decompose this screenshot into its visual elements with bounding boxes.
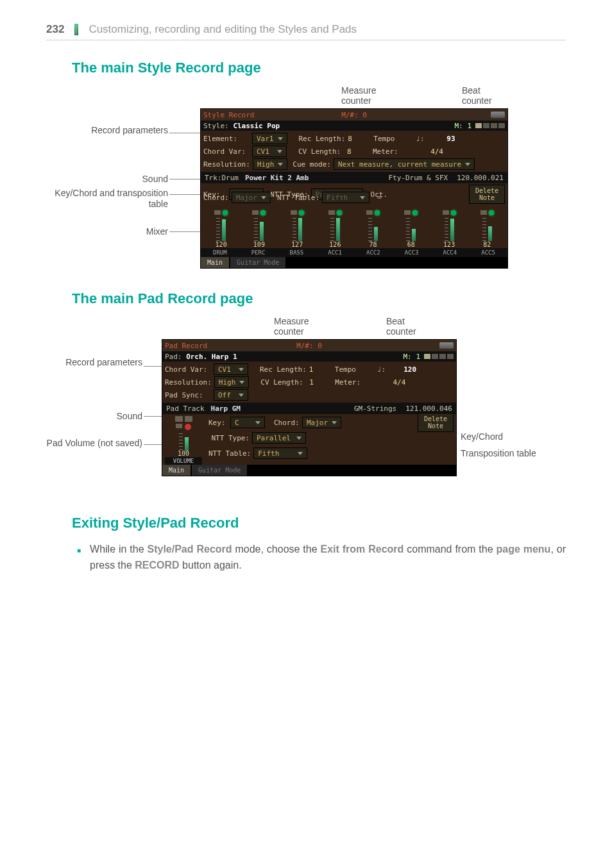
exit-text: button again. xyxy=(180,560,242,571)
heading-style-record: The main Style Record page xyxy=(72,60,566,76)
mixer-channel[interactable]: 82 xyxy=(468,210,506,248)
element-select[interactable]: Var1 xyxy=(252,133,287,144)
padsync-select[interactable]: Off xyxy=(214,389,248,401)
heading-exiting: Exiting Style/Pad Record xyxy=(72,515,566,531)
cvlen-value[interactable]: 1 xyxy=(309,378,323,387)
exit-term: RECORD xyxy=(135,560,179,571)
measure-counter: M/#: 0 xyxy=(341,111,367,119)
track-sound-name[interactable]: Power Kit 2 Amb xyxy=(245,174,309,182)
chord-select[interactable]: Major xyxy=(302,417,341,428)
beat-counter xyxy=(424,354,454,359)
key-label: Key: xyxy=(208,419,228,427)
tab-guitar-mode[interactable]: Guitar Mode xyxy=(230,257,285,268)
callout-padvol: Pad Volume (not saved) xyxy=(27,438,142,449)
mixer-channel[interactable]: 127 xyxy=(278,210,316,248)
meter-value[interactable]: 4/4 xyxy=(377,378,405,387)
reclen-value[interactable]: 8 xyxy=(348,135,362,143)
chevron-down-icon xyxy=(360,196,365,199)
track-bank: GM-Strings xyxy=(354,405,396,413)
exit-text: mode, choose the xyxy=(232,544,321,555)
style-name: Classic Pop xyxy=(233,122,280,130)
callout-beat: Beat counter xyxy=(462,85,492,106)
mixer-channel[interactable]: 126 xyxy=(316,210,354,248)
callout-trans-table: Transposition table xyxy=(461,448,538,458)
ntttable-select[interactable]: Fifth xyxy=(253,447,307,459)
chevron-down-icon xyxy=(239,381,244,384)
reclen-label: Rec Length: xyxy=(260,365,307,374)
chevron-down-icon xyxy=(296,437,302,440)
callout-beat: Beat counter xyxy=(386,316,416,337)
chordvar-select[interactable]: CV1 xyxy=(252,146,287,157)
resolution-select[interactable]: High xyxy=(214,376,250,388)
mixer-channel[interactable]: 68 xyxy=(392,210,430,248)
padsync-label: Pad Sync: xyxy=(165,391,211,399)
volume-value[interactable]: 100 xyxy=(178,450,189,457)
resolution-select[interactable]: High xyxy=(253,158,288,170)
track-id: Pad Track xyxy=(166,405,205,413)
ntttype-label: NTT Type: xyxy=(208,434,250,442)
track-bank: Fty-Drum & SFX xyxy=(388,174,448,182)
callout-keychord-right: Key/Chord xyxy=(461,431,503,442)
m-value: 1 xyxy=(416,353,420,361)
heading-pad-record: The main Pad Record page xyxy=(72,290,566,307)
menu-icon[interactable] xyxy=(491,112,505,118)
reclen-label: Rec Length: xyxy=(299,135,346,143)
menu-icon[interactable] xyxy=(439,342,454,349)
track-id: Trk:Drum xyxy=(205,174,239,182)
meter-label: Meter: xyxy=(373,147,412,156)
element-label: Element: xyxy=(203,135,250,143)
screen-title: Pad Record xyxy=(165,342,207,350)
reclen-value[interactable]: 1 xyxy=(309,365,323,374)
chordvar-select[interactable]: CV1 xyxy=(214,363,248,375)
track-label: PERC xyxy=(239,248,278,257)
tab-main[interactable]: Main xyxy=(201,257,229,268)
tab-main[interactable]: Main xyxy=(162,465,191,476)
tempo-unit: ♩: xyxy=(377,365,386,374)
delete-note-button[interactable]: Delete Note xyxy=(418,413,454,432)
chord-select[interactable]: Major xyxy=(232,192,271,203)
solo-icon[interactable] xyxy=(185,416,192,422)
beat-counter xyxy=(475,123,505,128)
volume-label: VOLUME xyxy=(165,457,202,465)
track-label: ACC2 xyxy=(354,248,393,257)
keyboard-icon[interactable]: ⌨ xyxy=(377,194,382,202)
key-select[interactable]: C xyxy=(230,417,265,428)
chapter-title: Customizing, recording and editing the S… xyxy=(89,23,357,36)
mixer-channel[interactable]: 120 xyxy=(202,210,240,248)
style-record-screen: Style Record M/#: 0 Style: Classic Pop M… xyxy=(200,108,508,269)
ntttype-select[interactable]: Parallel xyxy=(252,432,306,444)
track-number: 121.000.046 xyxy=(405,405,452,413)
cvlen-label: CV Length: xyxy=(260,378,307,387)
track-label: ACC4 xyxy=(431,248,470,257)
chevron-down-icon xyxy=(255,421,260,424)
exit-term: page menu xyxy=(496,544,550,555)
tempo-value[interactable]: 93 xyxy=(427,135,455,143)
chevron-down-icon xyxy=(332,421,337,424)
pad-name: Orch. Harp 1 xyxy=(186,353,237,361)
chevron-down-icon xyxy=(298,452,303,455)
mute-icon[interactable] xyxy=(175,416,183,422)
chevron-down-icon xyxy=(278,137,283,140)
callout-sound: Sound xyxy=(27,411,142,422)
style-label: Style: xyxy=(203,122,229,130)
exit-term: Style/Pad Record xyxy=(147,544,232,555)
page-number: 232 xyxy=(46,23,64,36)
track-label: DRUM xyxy=(201,248,239,257)
cuemode-select[interactable]: Next measure, current measure xyxy=(334,158,475,170)
tab-guitar-mode[interactable]: Guitar Mode xyxy=(192,465,247,476)
chord-label: Chord: xyxy=(203,194,229,202)
track-sound-name[interactable]: Harp GM xyxy=(211,405,241,413)
callout-mixer: Mixer xyxy=(53,226,168,237)
mixer-channel[interactable]: 123 xyxy=(430,210,468,248)
mixer-channel[interactable]: 78 xyxy=(354,210,392,248)
tempo-label: Tempo xyxy=(335,365,375,374)
ntttable-select[interactable]: Fifth xyxy=(322,192,370,203)
tempo-value[interactable]: 120 xyxy=(388,365,416,374)
cvlen-value[interactable]: 8 xyxy=(347,147,361,156)
tempo-unit: ♩: xyxy=(416,135,424,143)
m-value: 1 xyxy=(467,122,472,130)
meter-value[interactable]: 4/4 xyxy=(415,147,443,156)
m-label: M: xyxy=(404,353,412,361)
mixer-channel[interactable]: 109 xyxy=(240,210,278,248)
resolution-label: Resolution: xyxy=(165,378,212,387)
